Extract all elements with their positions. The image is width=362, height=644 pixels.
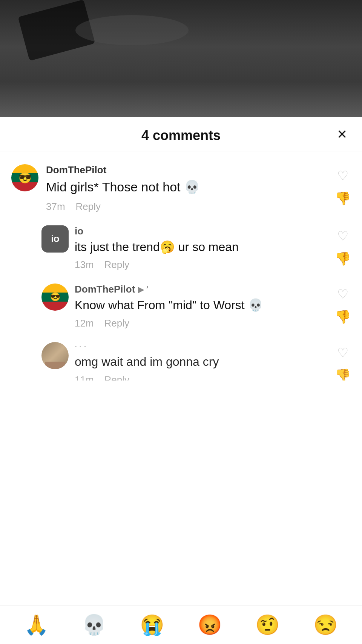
emoji-skeptical[interactable]: 🤨 — [242, 613, 293, 636]
reply-actions: ♡ 👎 — [335, 283, 351, 324]
reply-item: DomThePilot ▶ ʼ Know what From "mid" to … — [34, 277, 362, 335]
dislike-icon[interactable]: 👎 — [335, 368, 351, 381]
reply-arrow-icon: ▶ ʼ — [138, 285, 148, 294]
like-icon[interactable]: ♡ — [337, 168, 348, 183]
close-button[interactable]: × — [337, 126, 347, 142]
comment-actions: ♡ 👎 — [335, 164, 351, 206]
comments-header: 4 comments × — [0, 117, 362, 151]
comment-item: DomThePilot Mid girls* Those not hot 💀 3… — [0, 155, 362, 219]
emoji-unamused[interactable]: 😒 — [301, 613, 351, 636]
dislike-icon[interactable]: 👎 — [335, 251, 351, 266]
like-icon[interactable]: ♡ — [337, 345, 348, 360]
avatar — [11, 164, 38, 191]
like-icon[interactable]: ♡ — [337, 287, 348, 302]
reply-button[interactable]: Reply — [104, 259, 129, 271]
reply-time: 13m — [75, 259, 94, 271]
reply-item: io io its just the trend🥱 ur so mean 13m… — [34, 219, 362, 277]
reply-item-partial: · · · omg wait and im gonna cry 11m Repl… — [34, 335, 362, 381]
reply-meta: 11m Reply — [75, 374, 329, 381]
avatar: io — [41, 225, 69, 253]
reply-time: 12m — [75, 317, 94, 329]
reply-meta: 13m Reply — [75, 259, 329, 271]
reply-actions: ♡ 👎 — [335, 342, 351, 381]
reply-body: · · · omg wait and im gonna cry 11m Repl… — [75, 342, 329, 381]
reply-text: Know what From "mid" to Worst 💀 — [75, 297, 329, 314]
reply-time: 11m — [75, 374, 94, 381]
reply-body: io its just the trend🥱 ur so mean 13m Re… — [75, 225, 329, 271]
comment-username: DomThePilot — [46, 164, 327, 176]
reply-text: omg wait and im gonna cry — [75, 353, 329, 370]
like-icon[interactable]: ♡ — [337, 228, 348, 243]
comment-meta: 37m Reply — [46, 201, 327, 213]
reply-button[interactable]: Reply — [104, 317, 129, 329]
reply-username: io — [75, 225, 329, 237]
reply-username: · · · — [75, 342, 329, 352]
dislike-icon[interactable]: 👎 — [335, 309, 351, 324]
emoji-bar: 🙏 💀 😭 😡 🤨 😒 — [0, 605, 362, 644]
reply-actions: ♡ 👎 — [335, 225, 351, 266]
reply-meta: 12m Reply — [75, 317, 329, 329]
comments-list: DomThePilot Mid girls* Those not hot 💀 3… — [0, 151, 362, 384]
emoji-cry[interactable]: 😭 — [127, 613, 177, 636]
emoji-pray[interactable]: 🙏 — [11, 613, 61, 636]
reply-text: its just the trend🥱 ur so mean — [75, 239, 329, 256]
emoji-angry[interactable]: 😡 — [185, 613, 235, 636]
comment-time: 37m — [46, 201, 65, 213]
comments-title: 4 comments — [141, 128, 221, 143]
dislike-icon[interactable]: 👎 — [335, 191, 351, 206]
comment-body: DomThePilot Mid girls* Those not hot 💀 3… — [46, 164, 327, 213]
avatar — [41, 283, 69, 311]
comments-section: 4 comments × DomThePilot Mid girls* Thos… — [0, 117, 362, 644]
emoji-skull[interactable]: 💀 — [69, 613, 119, 636]
reply-username: DomThePilot ▶ ʼ — [75, 283, 329, 295]
comment-text: Mid girls* Those not hot 💀 — [46, 178, 327, 196]
video-preview — [0, 0, 362, 117]
replies-section: io io its just the trend🥱 ur so mean 13m… — [0, 219, 362, 381]
avatar — [41, 342, 69, 369]
reply-button[interactable]: Reply — [76, 201, 101, 213]
reply-button[interactable]: Reply — [104, 374, 129, 381]
reply-body: DomThePilot ▶ ʼ Know what From "mid" to … — [75, 283, 329, 329]
